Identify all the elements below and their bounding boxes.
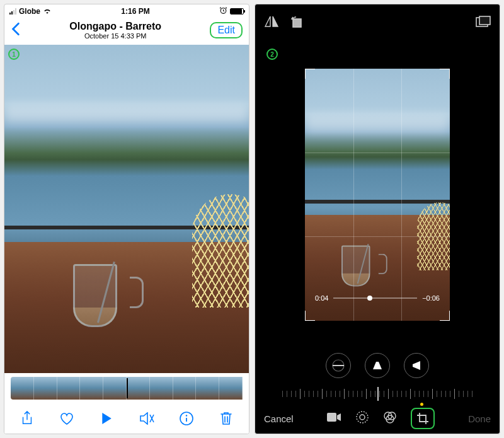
share-icon[interactable] xyxy=(20,411,35,426)
svg-rect-7 xyxy=(327,413,336,422)
vertical-perspective-icon[interactable] xyxy=(365,353,390,378)
svg-rect-5 xyxy=(479,16,490,25)
photo-editor-screen: 2 xyxy=(255,4,500,434)
alarm-icon xyxy=(219,6,227,16)
flip-icon[interactable] xyxy=(264,15,279,32)
location-title: Olongapo - Barreto xyxy=(21,21,210,32)
photo-toolbar xyxy=(4,403,249,434)
signal-icon xyxy=(9,8,16,14)
edit-button[interactable]: Edit xyxy=(210,22,243,38)
editor-top-tools xyxy=(255,4,500,42)
nav-title: Olongapo - Barreto October 15 4:33 PM xyxy=(21,21,210,40)
play-icon[interactable] xyxy=(99,411,114,426)
photos-viewer-screen: Globe 1:16 PM Olongapo - Barreto October… xyxy=(4,4,249,434)
straighten-tools xyxy=(255,347,500,384)
video-timeline[interactable] xyxy=(4,373,249,403)
ruler-center-mark xyxy=(377,387,379,401)
mute-icon[interactable] xyxy=(139,411,154,426)
aspect-ratio-icon[interactable] xyxy=(476,16,491,31)
crop-tool-active[interactable] xyxy=(411,408,435,429)
video-mode-icon[interactable] xyxy=(326,412,341,425)
straighten-icon[interactable] xyxy=(326,353,351,378)
svg-point-8 xyxy=(357,412,368,423)
crop-handle-bl[interactable] xyxy=(305,311,315,321)
rotate-icon[interactable] xyxy=(290,15,304,32)
svg-rect-3 xyxy=(293,19,301,27)
editor-bottom-toolbar: Cancel Done xyxy=(255,403,500,434)
active-indicator-dot xyxy=(420,403,423,406)
cancel-button[interactable]: Cancel xyxy=(264,413,294,424)
crop-canvas[interactable]: 0:04 −0:06 xyxy=(255,42,500,347)
nav-header: Olongapo - Barreto October 15 4:33 PM Ed… xyxy=(4,18,249,45)
crop-handle-tr[interactable] xyxy=(440,69,450,79)
adjust-icon[interactable] xyxy=(355,410,369,427)
crop-handle-br[interactable] xyxy=(440,311,450,321)
photo-preview[interactable]: 1 xyxy=(4,45,249,373)
svg-point-9 xyxy=(360,415,365,420)
info-icon[interactable] xyxy=(179,411,194,426)
trash-icon[interactable] xyxy=(219,411,234,426)
status-left: Globe xyxy=(9,7,52,16)
video-scrubber[interactable]: 0:04 −0:06 xyxy=(315,294,440,302)
back-button[interactable] xyxy=(11,22,21,38)
status-bar: Globe 1:16 PM xyxy=(4,4,249,18)
annotation-badge-2: 2 xyxy=(266,49,278,60)
rotation-ruler[interactable] xyxy=(255,384,500,403)
crop-handle-tl[interactable] xyxy=(305,69,315,79)
done-button[interactable]: Done xyxy=(468,413,491,424)
svg-point-2 xyxy=(186,415,187,416)
status-time: 1:16 PM xyxy=(121,7,149,16)
heart-icon[interactable] xyxy=(59,411,74,426)
annotation-badge-1: 1 xyxy=(8,49,20,60)
scrubber-handle[interactable] xyxy=(367,296,372,301)
datetime-subtitle: October 15 4:33 PM xyxy=(21,32,210,40)
carrier-label: Globe xyxy=(19,7,40,16)
filters-icon[interactable] xyxy=(383,410,397,427)
status-right xyxy=(219,6,244,16)
playhead[interactable] xyxy=(127,378,128,398)
horizontal-perspective-icon[interactable] xyxy=(404,353,429,378)
remaining-time: −0:06 xyxy=(422,294,440,302)
elapsed-time: 0:04 xyxy=(315,294,328,302)
wifi-icon xyxy=(43,7,52,16)
battery-icon xyxy=(230,8,244,14)
crop-frame[interactable]: 0:04 −0:06 xyxy=(305,69,450,321)
